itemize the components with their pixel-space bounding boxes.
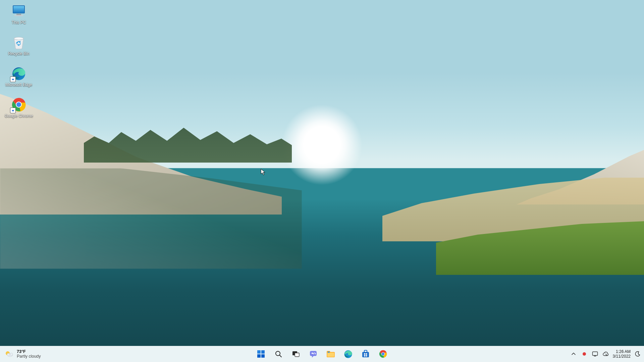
this-pc-icon	[11, 3, 26, 19]
search-icon	[274, 350, 282, 358]
svg-line-21	[280, 355, 282, 357]
svg-rect-29	[362, 352, 369, 357]
cloud-sync-icon	[602, 351, 609, 357]
svg-rect-3	[16, 14, 21, 15]
search-button[interactable]	[271, 347, 286, 361]
svg-rect-26	[327, 353, 334, 357]
taskbar: 73°F Partly cloudy	[0, 346, 644, 362]
svg-rect-27	[328, 352, 330, 353]
desktop-icon-label: Recycle Bin	[8, 51, 29, 56]
google-chrome-icon	[11, 97, 26, 112]
svg-rect-30	[364, 353, 365, 355]
focus-assist-button[interactable]	[634, 350, 641, 358]
desktop-icon-google-chrome[interactable]: Google Chrome	[3, 97, 34, 118]
clock-time: 1:26 AM	[616, 349, 631, 354]
system-tray: 1:26 AM 3/11/2022	[570, 346, 641, 362]
desktop-icon-label: Google Chrome	[5, 114, 33, 118]
svg-rect-19	[261, 350, 265, 354]
svg-rect-23	[295, 353, 299, 357]
taskbar-center-group	[254, 347, 390, 361]
google-chrome-button[interactable]	[376, 347, 390, 361]
chat-icon	[309, 350, 318, 358]
file-explorer-button[interactable]	[323, 347, 338, 361]
svg-rect-37	[592, 352, 597, 356]
desktop-icon-recycle-bin[interactable]: Recycle Bin	[3, 35, 34, 56]
microsoft-edge-icon	[11, 66, 26, 81]
microsoft-store-button[interactable]	[358, 347, 373, 361]
record-icon	[583, 352, 586, 356]
weather-partly-cloudy-icon	[5, 350, 13, 358]
tray-recording-indicator[interactable]	[581, 350, 588, 358]
svg-point-36	[382, 353, 384, 355]
desktop-icon-microsoft-edge[interactable]: Microsoft Edge	[3, 66, 34, 87]
svg-point-9	[16, 102, 21, 107]
google-chrome-icon	[379, 350, 387, 358]
file-explorer-icon	[326, 350, 335, 358]
taskbar-weather-widget[interactable]: 73°F Partly cloudy	[5, 346, 41, 362]
svg-point-25	[312, 353, 313, 354]
task-view-button[interactable]	[288, 347, 303, 361]
microsoft-store-icon	[361, 350, 370, 358]
svg-point-12	[7, 353, 10, 356]
chat-button[interactable]	[306, 347, 321, 361]
svg-rect-32	[364, 355, 365, 357]
desktop-area[interactable]: This PC Recycle Bin	[0, 0, 644, 362]
svg-rect-2	[13, 6, 24, 13]
desktop-icon-this-pc[interactable]: This PC	[3, 3, 34, 25]
tray-cloud-sync-button[interactable]	[602, 350, 609, 358]
tray-overflow-button[interactable]	[570, 350, 577, 358]
recycle-bin-icon	[11, 35, 26, 50]
svg-rect-33	[366, 355, 367, 357]
weather-temperature: 73°F	[17, 349, 41, 354]
microsoft-edge-button[interactable]	[341, 347, 356, 361]
shortcut-badge-icon	[10, 108, 16, 113]
microsoft-edge-icon	[343, 349, 353, 359]
start-button[interactable]	[254, 347, 268, 361]
tray-screen-cast-button[interactable]	[591, 350, 599, 358]
screen-cast-icon	[592, 351, 598, 357]
svg-point-5	[14, 37, 23, 40]
chevron-up-icon	[571, 352, 576, 356]
desktop-icon-label: Microsoft Edge	[5, 82, 32, 87]
task-view-icon	[291, 350, 300, 358]
svg-rect-18	[257, 350, 261, 354]
svg-rect-16	[257, 354, 261, 358]
svg-rect-38	[594, 356, 596, 357]
taskbar-clock[interactable]: 1:26 AM 3/11/2022	[613, 349, 631, 359]
svg-rect-31	[366, 353, 367, 355]
svg-rect-17	[261, 354, 265, 358]
moon-icon	[635, 351, 641, 357]
weather-condition: Partly cloudy	[17, 354, 41, 359]
windows-logo-icon	[257, 350, 265, 358]
clock-date: 3/11/2022	[613, 354, 631, 359]
shortcut-badge-icon	[10, 76, 16, 82]
desktop-icon-label: This PC	[12, 20, 26, 25]
svg-rect-4	[14, 15, 23, 16]
svg-point-13	[10, 353, 13, 356]
